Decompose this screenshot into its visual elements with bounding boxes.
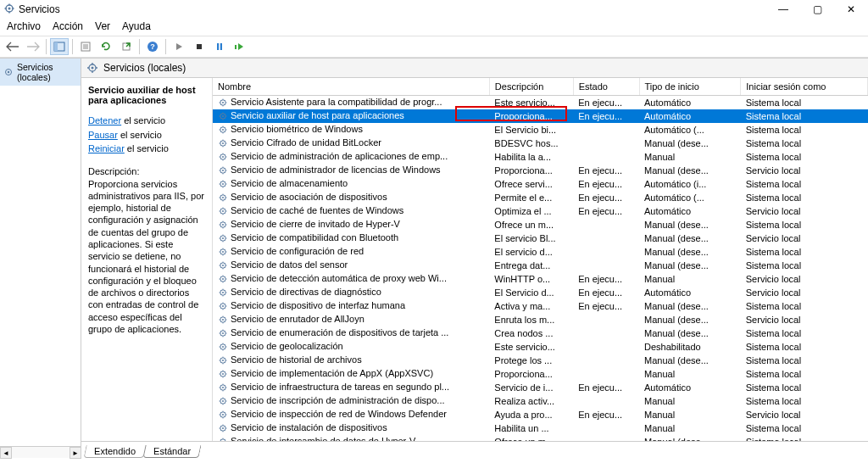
service-startup: Automático (i... <box>639 177 741 191</box>
stop-service-link[interactable]: Detener <box>88 115 121 126</box>
start-service-button[interactable] <box>170 38 188 55</box>
forward-button[interactable] <box>24 38 42 55</box>
menu-file[interactable]: Archivo <box>7 20 41 32</box>
service-description: Ofrece servi... <box>489 177 573 191</box>
services-list[interactable]: Nombre Descripción Estado Tipo de inicio… <box>213 78 868 441</box>
tab-strip: Extendido Estándar <box>81 441 868 458</box>
tree-node-services-local[interactable]: Servicios (locales) <box>0 59 81 86</box>
service-name: Servicio de almacenamiento <box>231 178 348 188</box>
service-startup: Automático <box>639 381 741 394</box>
svg-point-36 <box>222 210 224 212</box>
service-row[interactable]: Servicio de intercambio de datos de Hype… <box>213 435 868 442</box>
tree-h-scrollbar[interactable]: ◄ ► <box>0 446 81 458</box>
service-state <box>573 435 639 442</box>
maximize-button[interactable]: ▢ <box>800 0 834 19</box>
service-startup: Manual (dese... <box>639 299 741 313</box>
svg-point-48 <box>222 292 224 293</box>
service-row[interactable]: Servicio de inspección de red de Windows… <box>213 408 868 421</box>
service-name: Servicio auxiliar de host para aplicacio… <box>231 110 404 120</box>
service-row[interactable]: Servicio de inscripción de administració… <box>213 394 868 408</box>
show-tree-button[interactable] <box>50 38 69 55</box>
svg-point-42 <box>222 251 224 253</box>
service-startup: Manual (dese... <box>639 313 741 326</box>
back-button[interactable] <box>3 38 22 55</box>
service-startup: Manual <box>639 394 741 408</box>
pause-service-link[interactable]: Pausar <box>88 130 118 140</box>
service-row[interactable]: Servicio de infraestructura de tareas en… <box>213 381 868 394</box>
toolbar: ? <box>0 36 868 58</box>
service-description: Ofrece un m... <box>489 218 573 232</box>
service-row[interactable]: Servicio de enrutador de AllJoynEnruta l… <box>213 313 868 326</box>
service-row[interactable]: Servicio de asociación de dispositivosPe… <box>213 191 868 204</box>
service-name: Servicio de caché de fuentes de Windows <box>231 205 403 215</box>
service-row[interactable]: Servicio de compatibilidad con Bluetooth… <box>213 232 868 245</box>
export-button[interactable] <box>117 38 136 55</box>
minimize-button[interactable]: — <box>766 0 800 19</box>
service-row[interactable]: Servicio de datos del sensorEntrega dat.… <box>213 259 868 272</box>
column-header-row: Nombre Descripción Estado Tipo de inicio… <box>213 78 868 96</box>
window-title: Servicios <box>19 3 60 15</box>
close-button[interactable]: ✕ <box>834 0 868 19</box>
svg-point-64 <box>222 400 224 402</box>
scroll-right-arrow[interactable]: ► <box>70 447 81 459</box>
service-row[interactable]: Servicio de configuración de redEl servi… <box>213 245 868 259</box>
service-row[interactable]: Servicio de administración de aplicacion… <box>213 150 868 164</box>
service-row[interactable]: Servicio de detección automática de prox… <box>213 272 868 286</box>
column-header-description[interactable]: Descripción <box>489 78 573 96</box>
menu-view[interactable]: Ver <box>95 20 110 32</box>
service-row[interactable]: Servicio de geolocalizaciónEste servicio… <box>213 340 868 354</box>
column-header-startup[interactable]: Tipo de inicio <box>639 78 741 96</box>
tab-standard[interactable]: Estándar <box>142 445 201 458</box>
service-row[interactable]: Servicio Cifrado de unidad BitLockerBDES… <box>213 137 868 150</box>
service-startup: Manual (dese... <box>639 164 741 177</box>
service-logon: Sistema local <box>741 218 868 232</box>
service-row[interactable]: Servicio de almacenamientoOfrece servi..… <box>213 177 868 191</box>
scroll-left-arrow[interactable]: ◄ <box>0 447 12 459</box>
service-name: Servicio de directivas de diagnóstico <box>231 287 381 297</box>
column-header-state[interactable]: Estado <box>573 78 639 96</box>
menu-help[interactable]: Ayuda <box>122 20 151 32</box>
pause-service-button[interactable] <box>210 38 229 55</box>
gear-icon <box>218 287 228 298</box>
service-row[interactable]: Servicio de caché de fuentes de WindowsO… <box>213 204 868 218</box>
service-name: Servicio de enrutador de AllJoyn <box>231 314 364 324</box>
service-state <box>573 218 639 232</box>
service-row[interactable]: Servicio auxiliar de host para aplicacio… <box>213 109 868 123</box>
service-startup: Manual <box>639 367 741 381</box>
service-row[interactable]: Servicio de cierre de invitado de Hyper-… <box>213 218 868 232</box>
service-row[interactable]: Servicio de implementación de AppX (AppX… <box>213 367 868 381</box>
svg-point-66 <box>222 414 224 416</box>
menu-action[interactable]: Acción <box>53 20 83 32</box>
gear-icon <box>218 328 228 338</box>
service-row[interactable]: Servicio Asistente para la compatibilida… <box>213 96 868 109</box>
tab-extended[interactable]: Extendido <box>83 445 146 458</box>
service-description: Realiza activ... <box>489 394 573 408</box>
service-row[interactable]: Servicio de instalación de dispositivosH… <box>213 421 868 435</box>
service-row[interactable]: Servicio de enumeración de dispositivos … <box>213 326 868 340</box>
column-header-name[interactable]: Nombre <box>213 78 489 96</box>
service-row[interactable]: Servicio de historial de archivosProtege… <box>213 354 868 367</box>
help-button[interactable]: ? <box>143 38 162 55</box>
scroll-track[interactable] <box>12 447 70 458</box>
service-description: Ofrece un m... <box>489 435 573 442</box>
service-name: Servicio Cifrado de unidad BitLocker <box>231 137 381 148</box>
restart-service-link[interactable]: Reiniciar <box>88 143 125 153</box>
service-description: Ayuda a pro... <box>489 408 573 421</box>
svg-rect-3 <box>54 42 58 51</box>
service-state: En ejecu... <box>573 381 639 394</box>
column-header-logon[interactable]: Iniciar sesión como <box>741 78 868 96</box>
service-name: Servicio Asistente para la compatibilida… <box>231 97 442 107</box>
stop-service-button[interactable] <box>190 38 209 55</box>
refresh-button[interactable] <box>97 38 115 55</box>
service-row[interactable]: Servicio biométrico de WindowsEl Servici… <box>213 123 868 137</box>
description-text: Proporciona servicios administrativos pa… <box>88 178 205 336</box>
properties-button[interactable] <box>76 38 95 55</box>
service-row[interactable]: Servicio de directivas de diagnósticoEl … <box>213 286 868 299</box>
service-startup: Automático <box>639 286 741 299</box>
service-row[interactable]: Servicio de dispositivo de interfaz huma… <box>213 299 868 313</box>
service-state <box>573 150 639 164</box>
service-name: Servicio de compatibilidad con Bluetooth <box>231 232 398 243</box>
restart-service-button[interactable] <box>231 38 249 55</box>
service-logon: Sistema local <box>741 394 868 408</box>
service-row[interactable]: Servicio de administrador de licencias d… <box>213 164 868 177</box>
